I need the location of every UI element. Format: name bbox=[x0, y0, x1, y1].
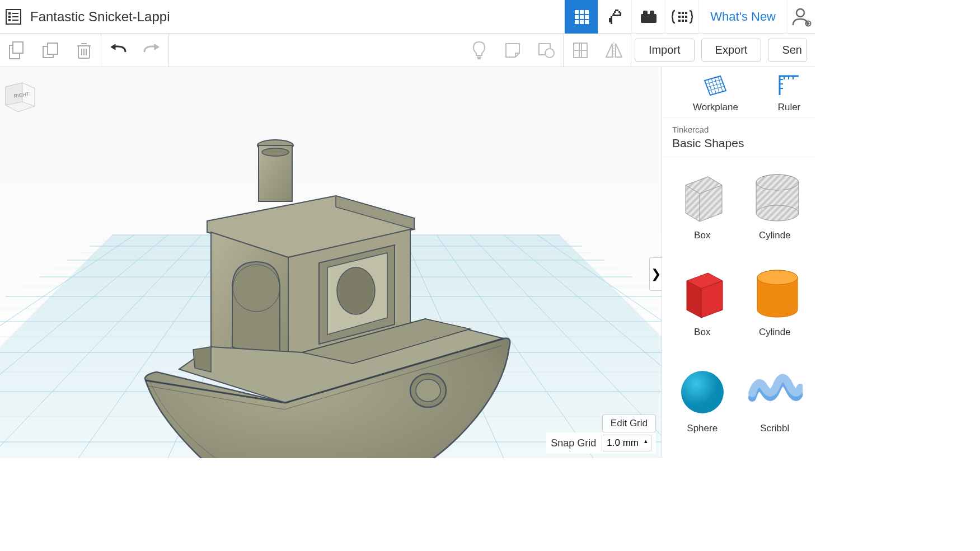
shape-scribble[interactable]: Scribbl bbox=[742, 361, 809, 447]
svg-rect-32 bbox=[682, 16, 684, 18]
svg-rect-13 bbox=[575, 20, 579, 24]
svg-rect-14 bbox=[580, 20, 584, 24]
redo-button[interactable] bbox=[135, 34, 168, 67]
svg-rect-12 bbox=[585, 15, 589, 19]
whats-new-link[interactable]: What's New bbox=[698, 0, 787, 34]
svg-rect-11 bbox=[580, 15, 584, 19]
svg-rect-28 bbox=[678, 12, 681, 14]
svg-point-96 bbox=[262, 148, 289, 156]
svg-rect-23 bbox=[611, 16, 612, 24]
svg-point-109 bbox=[416, 379, 440, 402]
scribble-icon bbox=[747, 364, 803, 415]
svg-point-133 bbox=[756, 205, 799, 221]
svg-rect-31 bbox=[678, 16, 681, 18]
workplane-icon bbox=[704, 74, 727, 97]
category-source: Tinkercad bbox=[672, 125, 805, 134]
svg-point-37 bbox=[796, 9, 804, 17]
svg-rect-30 bbox=[685, 12, 687, 14]
shape-cylinder-solid[interactable]: Cylinde bbox=[742, 265, 809, 351]
user-icon[interactable] bbox=[787, 0, 815, 34]
panel-collapse-handle[interactable]: ❯ bbox=[649, 257, 662, 291]
mirror-button[interactable] bbox=[597, 34, 631, 67]
send-to-button[interactable]: Sen bbox=[768, 39, 807, 62]
svg-rect-24 bbox=[609, 18, 611, 22]
svg-rect-27 bbox=[650, 11, 654, 15]
cylinder-solid-icon bbox=[747, 265, 803, 321]
ruler-icon bbox=[777, 74, 801, 97]
workplane-tool[interactable]: Workplane bbox=[693, 74, 738, 113]
svg-rect-20 bbox=[613, 13, 615, 15]
view-cube[interactable]: RIGHT bbox=[0, 78, 39, 117]
svg-rect-36 bbox=[685, 20, 687, 22]
hint-button[interactable] bbox=[462, 34, 496, 67]
model-3d-boat[interactable] bbox=[112, 123, 526, 458]
svg-rect-16 bbox=[615, 10, 617, 11]
minecraft-button[interactable] bbox=[598, 0, 631, 34]
group-button[interactable] bbox=[564, 34, 597, 67]
menu-icon[interactable] bbox=[2, 6, 25, 28]
shape-box-hole[interactable]: Box bbox=[669, 168, 736, 254]
svg-rect-34 bbox=[678, 20, 681, 22]
svg-rect-18 bbox=[614, 11, 616, 13]
cylinder-hole-icon bbox=[747, 168, 803, 224]
svg-rect-15 bbox=[585, 20, 589, 24]
shape-label: Sphere bbox=[687, 423, 718, 434]
snap-grid-select[interactable]: 1.0 mm bbox=[602, 435, 651, 451]
delete-button[interactable] bbox=[67, 34, 101, 67]
svg-point-104 bbox=[337, 267, 375, 314]
import-button[interactable]: Import bbox=[635, 39, 695, 62]
svg-point-142 bbox=[681, 371, 724, 413]
svg-rect-9 bbox=[585, 10, 589, 14]
workplane-label: Workplane bbox=[693, 102, 738, 113]
copy-button[interactable] bbox=[0, 34, 34, 67]
box-hole-icon bbox=[674, 168, 730, 224]
ruler-label: Ruler bbox=[778, 102, 801, 113]
svg-marker-107 bbox=[193, 347, 211, 372]
svg-rect-44 bbox=[48, 43, 58, 54]
bricks-button[interactable] bbox=[631, 0, 665, 34]
paste-button[interactable] bbox=[34, 34, 67, 67]
snap-grid-label: Snap Grid bbox=[551, 437, 596, 449]
shape-category-selector[interactable]: Tinkercad Basic Shapes bbox=[662, 118, 815, 157]
svg-rect-22 bbox=[612, 15, 621, 16]
shape-sphere[interactable]: Sphere bbox=[669, 361, 736, 447]
svg-rect-1 bbox=[8, 12, 11, 15]
canvas-3d[interactable]: RIGHT bbox=[0, 67, 662, 458]
notes-button[interactable] bbox=[496, 34, 529, 67]
svg-rect-10 bbox=[575, 15, 579, 19]
undo-button[interactable] bbox=[101, 34, 135, 67]
svg-rect-8 bbox=[580, 10, 584, 14]
svg-point-54 bbox=[545, 49, 554, 58]
sphere-icon bbox=[674, 364, 730, 415]
shape-label: Box bbox=[694, 327, 710, 338]
shape-label: Scribbl bbox=[760, 423, 789, 434]
design-view-button[interactable] bbox=[564, 0, 598, 34]
shape-label: Cylinde bbox=[759, 230, 791, 241]
snap-grid-control: Snap Grid 1.0 mm bbox=[546, 432, 656, 454]
svg-rect-2 bbox=[8, 16, 11, 18]
svg-rect-42 bbox=[13, 42, 23, 53]
svg-point-141 bbox=[757, 270, 798, 285]
category-title: Basic Shapes bbox=[672, 136, 805, 150]
svg-rect-21 bbox=[620, 12, 621, 15]
visibility-button[interactable] bbox=[529, 34, 563, 67]
ruler-tool[interactable]: Ruler bbox=[777, 74, 801, 113]
svg-rect-3 bbox=[8, 19, 11, 21]
svg-rect-35 bbox=[682, 20, 684, 22]
svg-rect-29 bbox=[682, 12, 684, 14]
svg-rect-26 bbox=[643, 11, 648, 15]
box-solid-icon bbox=[674, 265, 730, 321]
codeblocks-button[interactable] bbox=[665, 0, 698, 34]
project-title[interactable]: Fantastic Snicket-Lappi bbox=[30, 9, 170, 25]
edit-grid-button[interactable]: Edit Grid bbox=[602, 415, 656, 432]
shape-label: Cylinde bbox=[759, 327, 791, 338]
svg-rect-25 bbox=[641, 14, 657, 23]
shape-box-solid[interactable]: Box bbox=[669, 265, 736, 351]
shape-label: Box bbox=[694, 230, 710, 241]
svg-rect-7 bbox=[575, 10, 579, 14]
export-button[interactable]: Export bbox=[701, 39, 762, 62]
svg-rect-17 bbox=[617, 10, 618, 11]
svg-rect-33 bbox=[685, 16, 687, 18]
shape-cylinder-hole[interactable]: Cylinde bbox=[742, 168, 809, 254]
